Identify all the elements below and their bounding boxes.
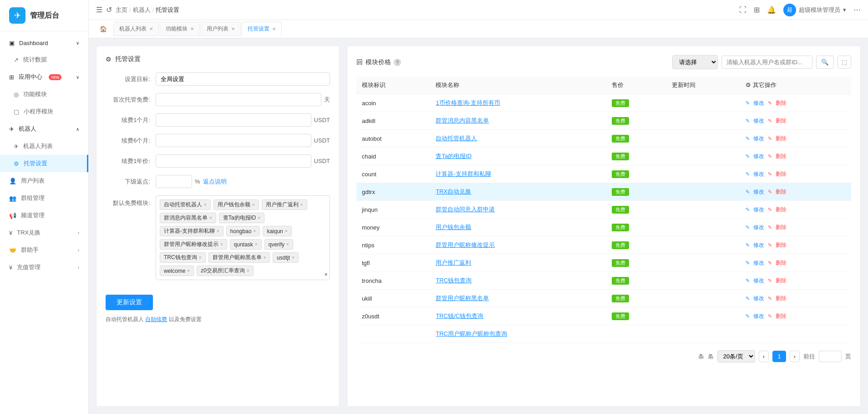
tab-robot-list[interactable]: 机器人列表 ✕ <box>113 22 159 36</box>
renew-6m-input[interactable]: 25 <box>156 134 311 147</box>
search-button[interactable]: 🔍 <box>816 56 834 69</box>
tab-home[interactable]: 🏠 <box>94 23 112 35</box>
tag-remove-icon[interactable]: × <box>264 255 266 260</box>
module-name-link[interactable]: TRC钱/C钱包查询 <box>436 312 483 319</box>
tag-remove-icon[interactable]: × <box>286 242 289 247</box>
sidebar-item-channel[interactable]: 📢 频道管理 <box>0 207 88 224</box>
search-input[interactable] <box>721 56 812 69</box>
per-page-select[interactable]: 20条/页 <box>717 350 755 363</box>
tag-remove-icon[interactable]: × <box>187 268 190 273</box>
tag-remove-icon[interactable]: × <box>258 215 261 220</box>
first-free-input[interactable]: 2 <box>156 93 321 106</box>
edit-button[interactable]: 修改 <box>753 99 764 107</box>
tab-close-icon[interactable]: ✕ <box>149 26 153 31</box>
sidebar-item-group-helper[interactable]: 🤝 群助手 › <box>0 241 88 259</box>
tag-remove-icon[interactable]: × <box>217 229 219 234</box>
edit-button[interactable]: 修改 <box>753 312 764 320</box>
delete-button[interactable]: 删除 <box>776 153 787 160</box>
delete-button[interactable]: 删除 <box>776 117 787 125</box>
module-name-link[interactable]: 计算器-支持群和私聊 <box>436 170 491 177</box>
module-name-link[interactable]: 群管消息内容黑名单 <box>436 117 489 124</box>
delete-button[interactable]: 删除 <box>776 135 787 143</box>
sidebar-item-recharge[interactable]: ¥ 充值管理 › <box>0 259 88 276</box>
delete-button[interactable]: 删除 <box>776 259 787 267</box>
sidebar-item-func-module[interactable]: ◎ 功能模块 <box>0 86 88 103</box>
tag-remove-icon[interactable]: × <box>204 202 207 207</box>
grid-icon[interactable]: ⊞ <box>754 5 760 14</box>
edit-button[interactable]: 修改 <box>753 188 764 196</box>
sidebar-item-stats[interactable]: ↗ 统计数据 <box>0 51 88 68</box>
rebate-link[interactable]: 返点说明 <box>203 178 227 186</box>
topbar-user[interactable]: 超 超级模块管理员 ▾ <box>783 4 846 16</box>
bell-icon[interactable]: 🔔 <box>767 5 776 14</box>
sidebar-item-trx[interactable]: ¥ TRX兑换 › <box>0 224 88 241</box>
delete-button[interactable]: 删除 <box>776 312 787 320</box>
tab-close-icon[interactable]: ✕ <box>231 26 235 31</box>
module-name-link[interactable]: 群管自动同意入群申请 <box>436 206 495 213</box>
sidebar-item-dashboard[interactable]: ▣ Dashboard ∨ <box>0 35 88 51</box>
tag-remove-icon[interactable]: × <box>247 268 249 273</box>
next-page-button[interactable]: › <box>790 351 800 362</box>
tag-remove-icon[interactable]: × <box>220 242 223 247</box>
more-icon[interactable]: ⋯ <box>853 5 861 14</box>
delete-button[interactable]: 删除 <box>776 277 787 285</box>
tag-remove-icon[interactable]: × <box>199 255 202 260</box>
goto-page-input[interactable]: 1 <box>819 351 842 362</box>
tag-remove-icon[interactable]: × <box>292 255 294 260</box>
scroll-down-icon[interactable]: ▾ <box>325 271 328 278</box>
module-name-link[interactable]: 自动托管机器人 <box>436 135 477 142</box>
module-name-link[interactable]: 群管用户昵称黑名单 <box>436 295 489 302</box>
delete-button[interactable]: 删除 <box>776 188 787 196</box>
edit-button[interactable]: 修改 <box>753 117 764 125</box>
breadcrumb-home[interactable]: 主页 <box>116 6 127 14</box>
delete-button[interactable]: 删除 <box>776 170 787 178</box>
search-select[interactable]: 请选择 <box>672 55 718 69</box>
edit-button[interactable]: 修改 <box>753 295 764 302</box>
tag-remove-icon[interactable]: × <box>255 242 258 247</box>
help-link[interactable]: 自助续费 <box>145 316 167 322</box>
delete-button[interactable]: 删除 <box>776 241 787 249</box>
tag-remove-icon[interactable]: × <box>300 202 303 207</box>
tab-close-icon[interactable]: ✕ <box>272 26 276 31</box>
delete-button[interactable]: 删除 <box>776 206 787 214</box>
sidebar-item-mini-program[interactable]: ▢ 小程序模块 <box>0 103 88 120</box>
module-name-link[interactable]: 1币价格查询-支持所有币 <box>436 99 500 106</box>
refresh-icon[interactable]: ↺ <box>106 5 112 14</box>
delete-button[interactable]: 删除 <box>776 295 787 302</box>
help-question-icon[interactable]: ? <box>394 59 401 66</box>
update-settings-button[interactable]: 更新设置 <box>106 295 153 310</box>
prev-page-button[interactable]: ‹ <box>759 351 769 362</box>
edit-button[interactable]: 修改 <box>753 170 764 178</box>
module-name-link[interactable]: 用户推广返利 <box>436 259 471 266</box>
sidebar-item-robot[interactable]: ✈ 机器人 ∧ <box>0 120 88 138</box>
renew-1y-input[interactable]: 50 <box>156 154 311 168</box>
breadcrumb-robot[interactable]: 机器人 <box>133 6 151 14</box>
tab-user-list[interactable]: 用户列表 ✕ <box>201 22 241 36</box>
current-page-button[interactable]: 1 <box>772 351 786 362</box>
menu-toggle-icon[interactable]: ☰ <box>96 5 102 14</box>
tab-hosting-settings[interactable]: 托管设置 ✕ <box>242 22 282 36</box>
sidebar-item-app-center[interactable]: ⊞ 应用中心 new ∨ <box>0 68 88 86</box>
edit-button[interactable]: 修改 <box>753 153 764 160</box>
sidebar-item-robot-list[interactable]: ✈ 机器人列表 <box>0 138 88 155</box>
sidebar-item-group-mgmt[interactable]: 👥 群组管理 <box>0 189 88 207</box>
module-name-link[interactable]: TRC用户昵称户昵称包查询 <box>436 330 507 337</box>
rebate-input[interactable]: 80 <box>156 175 192 188</box>
target-select[interactable]: 全局设置 <box>156 72 330 86</box>
tag-remove-icon[interactable]: × <box>254 229 256 234</box>
edit-button[interactable]: 修改 <box>753 135 764 143</box>
module-name-link[interactable]: 查Ta的电报ID <box>436 153 472 159</box>
edit-button[interactable]: 修改 <box>753 277 764 285</box>
renew-1m-input[interactable]: 5 <box>156 113 311 127</box>
export-button[interactable]: ⬚ <box>838 56 851 69</box>
tab-close-icon[interactable]: ✕ <box>190 26 194 31</box>
edit-button[interactable]: 修改 <box>753 206 764 214</box>
module-name-link[interactable]: TRC钱包查询 <box>436 277 472 284</box>
sidebar-item-user-list[interactable]: 👤 用户列表 <box>0 172 88 189</box>
module-name-link[interactable]: 群管用户昵称修改提示 <box>436 241 495 248</box>
delete-button[interactable]: 删除 <box>776 99 787 107</box>
module-name-link[interactable]: 用户钱包余额 <box>436 224 471 230</box>
sidebar-item-hosting[interactable]: ⚙ 托管设置 <box>0 155 88 172</box>
tag-remove-icon[interactable]: × <box>209 215 212 220</box>
edit-button[interactable]: 修改 <box>753 259 764 267</box>
